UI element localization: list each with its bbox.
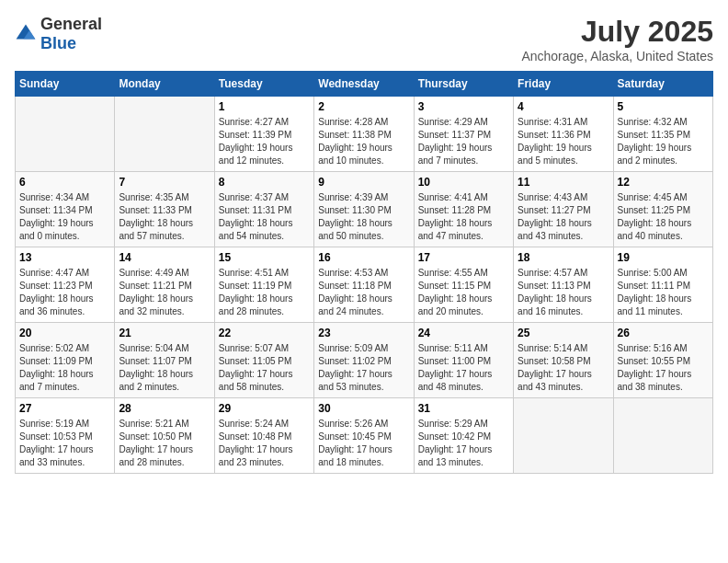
day-number: 30	[318, 402, 409, 415]
day-number: 27	[19, 402, 110, 415]
day-number: 7	[119, 176, 210, 189]
calendar-cell: 14Sunrise: 4:49 AM Sunset: 11:21 PM Dayl…	[115, 247, 214, 323]
day-detail: Sunrise: 4:39 AM Sunset: 11:30 PM Daylig…	[318, 191, 409, 243]
day-detail: Sunrise: 5:07 AM Sunset: 11:05 PM Daylig…	[219, 342, 310, 394]
calendar-table: SundayMondayTuesdayWednesdayThursdayFrid…	[15, 71, 713, 474]
calendar-cell: 31Sunrise: 5:29 AM Sunset: 10:42 PM Dayl…	[414, 398, 513, 474]
calendar-cell: 9Sunrise: 4:39 AM Sunset: 11:30 PM Dayli…	[314, 172, 414, 247]
logo-general: General	[40, 15, 102, 33]
calendar-cell: 22Sunrise: 5:07 AM Sunset: 11:05 PM Dayl…	[214, 323, 313, 398]
calendar-cell: 2Sunrise: 4:28 AM Sunset: 11:38 PM Dayli…	[314, 97, 414, 172]
day-number: 15	[219, 251, 310, 264]
calendar-week-1: 1Sunrise: 4:27 AM Sunset: 11:39 PM Dayli…	[16, 97, 713, 172]
calendar-cell: 13Sunrise: 4:47 AM Sunset: 11:23 PM Dayl…	[16, 247, 115, 323]
calendar-cell: 24Sunrise: 5:11 AM Sunset: 11:00 PM Dayl…	[414, 323, 513, 398]
logo-blue: Blue	[40, 34, 76, 52]
day-number: 19	[618, 251, 709, 264]
calendar-cell: 29Sunrise: 5:24 AM Sunset: 10:48 PM Dayl…	[214, 398, 313, 474]
day-detail: Sunrise: 5:26 AM Sunset: 10:45 PM Daylig…	[318, 418, 409, 469]
day-detail: Sunrise: 5:24 AM Sunset: 10:48 PM Daylig…	[219, 418, 310, 469]
day-number: 12	[618, 176, 709, 189]
calendar-cell: 28Sunrise: 5:21 AM Sunset: 10:50 PM Dayl…	[115, 398, 214, 474]
logo: General Blue	[15, 15, 102, 53]
weekday-header-row: SundayMondayTuesdayWednesdayThursdayFrid…	[16, 72, 713, 97]
day-detail: Sunrise: 4:51 AM Sunset: 11:19 PM Daylig…	[219, 267, 310, 318]
day-detail: Sunrise: 5:00 AM Sunset: 11:11 PM Daylig…	[618, 267, 709, 318]
day-number: 8	[219, 176, 310, 189]
weekday-tuesday: Tuesday	[214, 72, 313, 97]
calendar-week-3: 13Sunrise: 4:47 AM Sunset: 11:23 PM Dayl…	[16, 247, 713, 323]
day-number: 17	[418, 251, 509, 264]
day-number: 5	[618, 100, 709, 113]
day-number: 26	[618, 327, 709, 339]
calendar-cell: 18Sunrise: 4:57 AM Sunset: 11:13 PM Dayl…	[514, 247, 613, 323]
day-detail: Sunrise: 4:47 AM Sunset: 11:23 PM Daylig…	[19, 267, 110, 318]
calendar-cell: 8Sunrise: 4:37 AM Sunset: 11:31 PM Dayli…	[214, 172, 313, 247]
day-detail: Sunrise: 5:16 AM Sunset: 10:55 PM Daylig…	[618, 342, 709, 394]
day-number: 11	[518, 176, 609, 189]
calendar-cell: 26Sunrise: 5:16 AM Sunset: 10:55 PM Dayl…	[613, 323, 712, 398]
day-number: 3	[418, 100, 509, 113]
calendar-cell	[514, 398, 613, 474]
day-number: 13	[19, 251, 110, 264]
calendar-cell: 3Sunrise: 4:29 AM Sunset: 11:37 PM Dayli…	[414, 97, 513, 172]
calendar-cell	[16, 97, 115, 172]
calendar-cell: 17Sunrise: 4:55 AM Sunset: 11:15 PM Dayl…	[414, 247, 513, 323]
day-number: 1	[219, 100, 310, 113]
calendar-cell: 20Sunrise: 5:02 AM Sunset: 11:09 PM Dayl…	[16, 323, 115, 398]
day-detail: Sunrise: 4:45 AM Sunset: 11:25 PM Daylig…	[618, 191, 709, 243]
calendar-cell: 11Sunrise: 4:43 AM Sunset: 11:27 PM Dayl…	[514, 172, 613, 247]
weekday-friday: Friday	[514, 72, 613, 97]
day-detail: Sunrise: 5:11 AM Sunset: 11:00 PM Daylig…	[418, 342, 509, 394]
calendar-cell: 12Sunrise: 4:45 AM Sunset: 11:25 PM Dayl…	[613, 172, 712, 247]
day-detail: Sunrise: 4:29 AM Sunset: 11:37 PM Daylig…	[418, 116, 509, 167]
calendar-cell: 5Sunrise: 4:32 AM Sunset: 11:35 PM Dayli…	[613, 97, 712, 172]
calendar-cell: 7Sunrise: 4:35 AM Sunset: 11:33 PM Dayli…	[115, 172, 214, 247]
weekday-thursday: Thursday	[414, 72, 513, 97]
day-detail: Sunrise: 4:27 AM Sunset: 11:39 PM Daylig…	[219, 116, 310, 167]
day-number: 29	[219, 402, 310, 415]
calendar-cell	[115, 97, 214, 172]
calendar-cell: 30Sunrise: 5:26 AM Sunset: 10:45 PM Dayl…	[314, 398, 414, 474]
day-number: 16	[318, 251, 409, 264]
day-detail: Sunrise: 4:55 AM Sunset: 11:15 PM Daylig…	[418, 267, 509, 318]
day-detail: Sunrise: 4:57 AM Sunset: 11:13 PM Daylig…	[518, 267, 609, 318]
day-number: 22	[219, 327, 310, 339]
calendar-cell: 6Sunrise: 4:34 AM Sunset: 11:34 PM Dayli…	[16, 172, 115, 247]
day-detail: Sunrise: 5:21 AM Sunset: 10:50 PM Daylig…	[119, 418, 210, 469]
calendar-body: 1Sunrise: 4:27 AM Sunset: 11:39 PM Dayli…	[16, 97, 713, 474]
month-year-title: July 2025	[521, 15, 713, 49]
day-number: 2	[318, 100, 409, 113]
logo-text: General Blue	[40, 15, 102, 53]
calendar-cell: 1Sunrise: 4:27 AM Sunset: 11:39 PM Dayli…	[214, 97, 313, 172]
day-detail: Sunrise: 4:37 AM Sunset: 11:31 PM Daylig…	[219, 191, 310, 243]
day-number: 31	[418, 402, 509, 415]
day-detail: Sunrise: 4:35 AM Sunset: 11:33 PM Daylig…	[119, 191, 210, 243]
day-detail: Sunrise: 4:32 AM Sunset: 11:35 PM Daylig…	[618, 116, 709, 167]
weekday-saturday: Saturday	[613, 72, 712, 97]
location-text: Anchorage, Alaska, United States	[521, 49, 713, 63]
calendar-cell: 16Sunrise: 4:53 AM Sunset: 11:18 PM Dayl…	[314, 247, 414, 323]
day-number: 14	[119, 251, 210, 264]
calendar-cell: 15Sunrise: 4:51 AM Sunset: 11:19 PM Dayl…	[214, 247, 313, 323]
calendar-week-4: 20Sunrise: 5:02 AM Sunset: 11:09 PM Dayl…	[16, 323, 713, 398]
calendar-cell: 23Sunrise: 5:09 AM Sunset: 11:02 PM Dayl…	[314, 323, 414, 398]
calendar-week-5: 27Sunrise: 5:19 AM Sunset: 10:53 PM Dayl…	[16, 398, 713, 474]
day-number: 9	[318, 176, 409, 189]
day-detail: Sunrise: 4:43 AM Sunset: 11:27 PM Daylig…	[518, 191, 609, 243]
day-number: 21	[119, 327, 210, 339]
day-detail: Sunrise: 4:53 AM Sunset: 11:18 PM Daylig…	[318, 267, 409, 318]
calendar-cell: 19Sunrise: 5:00 AM Sunset: 11:11 PM Dayl…	[613, 247, 712, 323]
day-detail: Sunrise: 4:31 AM Sunset: 11:36 PM Daylig…	[518, 116, 609, 167]
calendar-cell: 10Sunrise: 4:41 AM Sunset: 11:28 PM Dayl…	[414, 172, 513, 247]
weekday-sunday: Sunday	[16, 72, 115, 97]
weekday-wednesday: Wednesday	[314, 72, 414, 97]
day-detail: Sunrise: 5:02 AM Sunset: 11:09 PM Daylig…	[19, 342, 110, 394]
day-detail: Sunrise: 4:41 AM Sunset: 11:28 PM Daylig…	[418, 191, 509, 243]
calendar-cell: 21Sunrise: 5:04 AM Sunset: 11:07 PM Dayl…	[115, 323, 214, 398]
day-detail: Sunrise: 5:19 AM Sunset: 10:53 PM Daylig…	[19, 418, 110, 469]
day-detail: Sunrise: 4:34 AM Sunset: 11:34 PM Daylig…	[19, 191, 110, 243]
day-number: 24	[418, 327, 509, 339]
day-detail: Sunrise: 4:49 AM Sunset: 11:21 PM Daylig…	[119, 267, 210, 318]
calendar-week-2: 6Sunrise: 4:34 AM Sunset: 11:34 PM Dayli…	[16, 172, 713, 247]
